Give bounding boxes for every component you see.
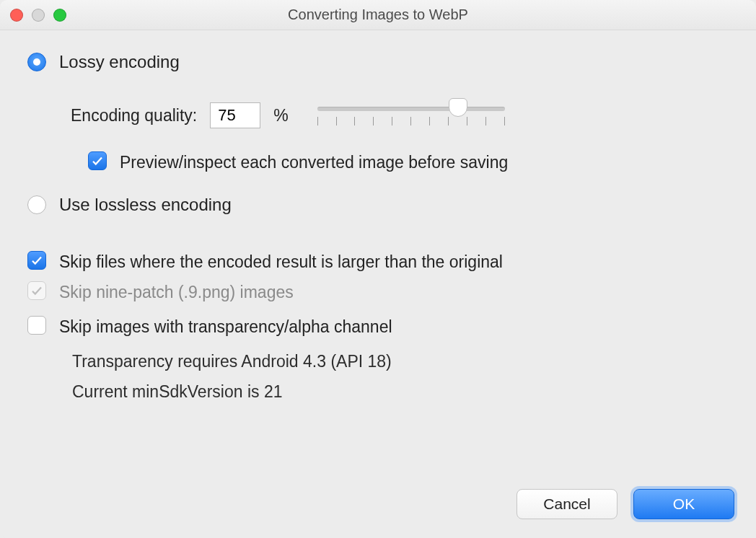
skip-ninepatch-row: Skip nine-patch (.9.png) images: [27, 281, 729, 303]
alpha-help-line-2: Current minSdkVersion is 21: [72, 376, 729, 407]
encoding-quality-unit: %: [273, 106, 288, 125]
skip-alpha-row[interactable]: Skip images with transparency/alpha chan…: [27, 316, 729, 338]
skip-ninepatch-checkbox: [27, 281, 46, 300]
slider-thumb[interactable]: [449, 98, 467, 117]
dialog-window: Converting Images to WebP Lossy encoding…: [0, 0, 756, 538]
skip-alpha-checkbox[interactable]: [27, 316, 46, 335]
titlebar: Converting Images to WebP: [0, 0, 756, 30]
skip-ninepatch-label: Skip nine-patch (.9.png) images: [59, 281, 294, 303]
slider-track: [317, 107, 505, 111]
window-controls: [10, 9, 66, 22]
skip-larger-checkbox[interactable]: [27, 251, 46, 270]
lossless-radio-row[interactable]: Use lossless encoding: [27, 195, 729, 215]
lossy-radio-row[interactable]: Lossy encoding: [27, 52, 729, 72]
lossy-radio-label: Lossy encoding: [59, 52, 180, 72]
lossless-radio[interactable]: [27, 195, 46, 214]
preview-checkbox-label: Preview/inspect each converted image bef…: [120, 151, 508, 173]
zoom-icon[interactable]: [53, 9, 66, 22]
skip-larger-label: Skip files where the encoded result is l…: [59, 251, 503, 273]
alpha-help-line-1: Transparency requires Android 4.3 (API 1…: [72, 346, 729, 376]
encoding-quality-slider[interactable]: [317, 101, 505, 130]
skip-larger-row[interactable]: Skip files where the encoded result is l…: [27, 251, 729, 273]
close-icon[interactable]: [10, 9, 23, 22]
preview-checkbox-row[interactable]: Preview/inspect each converted image bef…: [88, 151, 729, 173]
lossy-radio[interactable]: [27, 53, 46, 71]
check-icon: [91, 154, 104, 167]
slider-ticks: [317, 117, 505, 125]
check-icon: [30, 284, 43, 297]
lossless-radio-label: Use lossless encoding: [59, 195, 232, 215]
cancel-button[interactable]: Cancel: [517, 489, 617, 519]
dialog-content: Lossy encoding Encoding quality: % Previ…: [0, 30, 756, 407]
check-icon: [30, 254, 43, 267]
encoding-quality-row: Encoding quality: %: [71, 101, 729, 130]
ok-button[interactable]: OK: [633, 489, 734, 519]
dialog-footer: Cancel OK: [517, 489, 734, 519]
encoding-quality-input[interactable]: [210, 102, 260, 128]
preview-checkbox[interactable]: [88, 151, 107, 170]
dialog-title: Converting Images to WebP: [0, 6, 756, 23]
encoding-quality-label: Encoding quality:: [71, 106, 197, 125]
skip-alpha-label: Skip images with transparency/alpha chan…: [59, 316, 392, 338]
minimize-icon: [32, 9, 45, 22]
